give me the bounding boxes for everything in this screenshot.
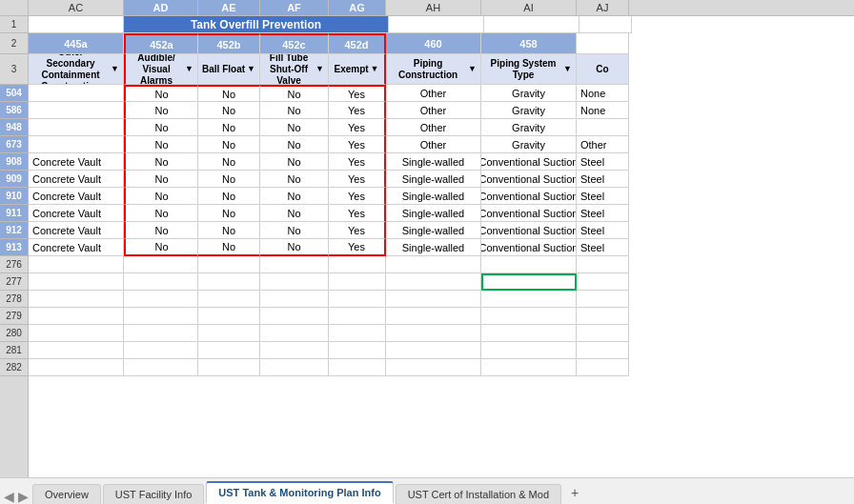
cell-276-ai[interactable] (481, 256, 577, 273)
cell-910-ah[interactable]: Single-walled (386, 188, 481, 205)
cell-276-ac[interactable] (29, 256, 124, 273)
cell-282-aj[interactable] (577, 359, 629, 376)
cell-r1-ah[interactable] (389, 16, 484, 33)
cell-911-ah[interactable]: Single-walled (386, 205, 481, 222)
cell-504-ag[interactable]: Yes (329, 85, 386, 102)
cell-912-ac[interactable]: Concrete Vault (29, 222, 124, 239)
cell-948-ac[interactable] (29, 119, 124, 136)
cell-909-ag[interactable]: Yes (329, 171, 386, 188)
cell-908-ad[interactable]: No (124, 153, 198, 171)
cell-673-ag[interactable]: Yes (329, 136, 386, 153)
cell-278-ad[interactable] (124, 291, 198, 308)
row-num-910[interactable]: 910 (0, 188, 28, 205)
cell-913-ah[interactable]: Single-walled (386, 239, 481, 256)
row-num-281[interactable]: 281 (0, 342, 28, 359)
cell-908-ac[interactable]: Concrete Vault (29, 153, 124, 171)
filter-icon-ae[interactable]: ▼ (247, 64, 255, 74)
filter-icon-ag[interactable]: ▼ (371, 64, 379, 74)
row-num-277[interactable]: 277 (0, 273, 28, 291)
cell-278-aj[interactable] (577, 291, 629, 308)
cell-276-aj[interactable] (577, 256, 629, 273)
cell-913-ag[interactable]: Yes (329, 239, 386, 256)
cell-908-aj[interactable]: Steel (577, 153, 629, 171)
cell-912-ae[interactable]: No (198, 222, 260, 239)
row-num-276[interactable]: 276 (0, 256, 28, 273)
cell-277-ah[interactable] (386, 273, 481, 291)
cell-277-aj[interactable] (577, 273, 629, 291)
cell-279-af[interactable] (260, 308, 329, 325)
filter-icon-ah[interactable]: ▼ (468, 64, 477, 74)
cell-276-ah[interactable] (386, 256, 481, 273)
cell-282-ad[interactable] (124, 359, 198, 376)
row-num-912[interactable]: 912 (0, 222, 28, 239)
tab-nav-next[interactable]: ▶ (18, 489, 29, 504)
cell-279-ai[interactable] (481, 308, 577, 325)
cell-280-ah[interactable] (386, 325, 481, 342)
cell-908-ai[interactable]: Conventional Suction (481, 153, 577, 171)
cell-280-ag[interactable] (329, 325, 386, 342)
row-num-913[interactable]: 913 (0, 239, 28, 256)
cell-673-af[interactable]: No (260, 136, 329, 153)
cell-913-ac[interactable]: Concrete Vault (29, 239, 124, 256)
cell-r2-ag[interactable]: 452d (329, 33, 386, 54)
cell-909-aj[interactable]: Steel (577, 171, 629, 188)
cell-281-aj[interactable] (577, 342, 629, 359)
cell-278-ag[interactable] (329, 291, 386, 308)
cell-586-aj[interactable]: None (577, 102, 629, 119)
row-num-909[interactable]: 909 (0, 171, 28, 188)
row-num-280[interactable]: 280 (0, 325, 28, 342)
cell-913-af[interactable]: No (260, 239, 329, 256)
cell-280-ai[interactable] (481, 325, 577, 342)
cell-586-ah[interactable]: Other (386, 102, 481, 119)
cell-673-ac[interactable] (29, 136, 124, 153)
cell-281-ah[interactable] (386, 342, 481, 359)
cell-r2-ad[interactable]: 452a (124, 33, 198, 54)
cell-909-ai[interactable]: Conventional Suction (481, 171, 577, 188)
cell-278-ae[interactable] (198, 291, 260, 308)
cell-r3-ag[interactable]: Exempt ▼ (329, 54, 386, 85)
cell-586-ag[interactable]: Yes (329, 102, 386, 119)
cell-279-ad[interactable] (124, 308, 198, 325)
cell-r3-ae[interactable]: Ball Float ▼ (198, 54, 260, 85)
cell-278-af[interactable] (260, 291, 329, 308)
row-num-504[interactable]: 504 (0, 85, 28, 102)
cell-276-af[interactable] (260, 256, 329, 273)
filter-icon-ai[interactable]: ▼ (563, 64, 572, 74)
tab-add-button[interactable]: + (563, 481, 586, 504)
cell-r3-ac[interactable]: Other Secondary Containment Construction… (29, 54, 124, 85)
row-num-911[interactable]: 911 (0, 205, 28, 222)
col-header-ag[interactable]: AG (329, 0, 386, 15)
cell-279-aj[interactable] (577, 308, 629, 325)
cell-r2-aj[interactable] (577, 33, 629, 54)
col-header-ad[interactable]: AD (124, 0, 198, 15)
cell-r3-ah[interactable]: Piping Construction ▼ (386, 54, 481, 85)
cell-280-ae[interactable] (198, 325, 260, 342)
cell-948-ae[interactable]: No (198, 119, 260, 136)
cell-908-ag[interactable]: Yes (329, 153, 386, 171)
cell-909-ad[interactable]: No (124, 171, 198, 188)
row-num-673[interactable]: 673 (0, 136, 28, 153)
col-header-aj[interactable]: AJ (577, 0, 629, 15)
cell-948-ad[interactable]: No (124, 119, 198, 136)
cell-911-aj[interactable]: Steel (577, 205, 629, 222)
cell-911-ae[interactable]: No (198, 205, 260, 222)
cell-r1-ad[interactable]: Tank Overfill Prevention (124, 16, 389, 33)
cell-586-af[interactable]: No (260, 102, 329, 119)
cell-910-ae[interactable]: No (198, 188, 260, 205)
col-header-ae[interactable]: AE (198, 0, 260, 15)
cell-281-af[interactable] (260, 342, 329, 359)
cell-282-af[interactable] (260, 359, 329, 376)
row-num-279[interactable]: 279 (0, 308, 28, 325)
cell-277-af[interactable] (260, 273, 329, 291)
cell-909-ae[interactable]: No (198, 171, 260, 188)
cell-910-ag[interactable]: Yes (329, 188, 386, 205)
cell-282-ai[interactable] (481, 359, 577, 376)
row-num-3[interactable]: 3 (0, 54, 28, 85)
cell-911-ac[interactable]: Concrete Vault (29, 205, 124, 222)
cell-912-aj[interactable]: Steel (577, 222, 629, 239)
tab-ust-facility[interactable]: UST Facility Info (103, 484, 205, 504)
cell-504-aj[interactable]: None (577, 85, 629, 102)
cell-948-ai[interactable]: Gravity (481, 119, 577, 136)
col-header-ai[interactable]: AI (481, 0, 577, 15)
cell-r2-ac[interactable]: 445a (29, 33, 124, 54)
